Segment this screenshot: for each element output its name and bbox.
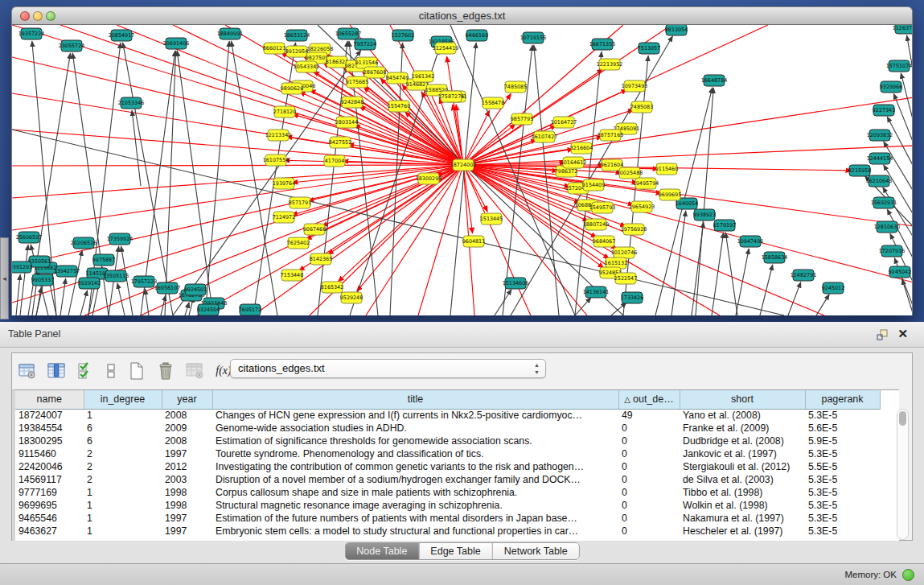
network-node[interactable]: 417004 bbox=[324, 155, 345, 167]
table-row[interactable]: 911546021997Tourette syndrome. Phenomeno… bbox=[15, 447, 880, 460]
network-node[interactable]: 9115460 bbox=[655, 163, 678, 175]
network-node[interactable]: 23055724 bbox=[59, 40, 85, 51]
network-node[interactable]: 10947406 bbox=[737, 236, 764, 247]
new-table-icon[interactable] bbox=[126, 360, 147, 381]
network-node[interactable]: 6466160 bbox=[466, 30, 488, 41]
network-node[interactable]: 9154409 bbox=[582, 179, 605, 191]
network-node[interactable]: 1733426 bbox=[621, 292, 643, 303]
network-node[interactable]: 9242848 bbox=[341, 97, 363, 108]
network-node[interactable]: 8142365 bbox=[310, 253, 332, 265]
network-node[interactable]: 18300295 bbox=[416, 173, 442, 184]
network-node[interactable]: 8215958 bbox=[848, 165, 871, 176]
network-node[interactable]: 16671355 bbox=[589, 39, 616, 50]
table-row[interactable]: 946554611997Estimation of the future num… bbox=[15, 512, 880, 525]
network-node[interactable]: 18849991 bbox=[217, 28, 244, 39]
network-node[interactable]: 1513445 bbox=[480, 213, 503, 225]
network-node[interactable]: 9924501 bbox=[184, 284, 207, 295]
network-node[interactable]: 9227343 bbox=[873, 105, 895, 116]
table-settings-icon[interactable] bbox=[17, 360, 38, 381]
network-node[interactable]: 7513057 bbox=[638, 43, 660, 54]
network-node[interactable]: 1554760 bbox=[388, 101, 410, 112]
network-node[interactable]: 20691406 bbox=[163, 38, 190, 49]
row-height-icon[interactable] bbox=[104, 360, 118, 381]
column-header-name[interactable]: name bbox=[15, 390, 84, 409]
network-node[interactable]: 15495793 bbox=[589, 202, 616, 213]
column-header-short[interactable]: short bbox=[680, 390, 805, 409]
network-node[interactable]: 3216604 bbox=[570, 142, 593, 154]
network-node[interactable]: 20854917 bbox=[109, 30, 135, 41]
network-node[interactable]: 19756928 bbox=[621, 224, 647, 235]
network-node[interactable]: 8165342 bbox=[321, 282, 343, 293]
network-node[interactable]: 9604811 bbox=[462, 236, 485, 247]
collapse-left-strip[interactable]: ◂ bbox=[0, 237, 9, 319]
table-row[interactable]: 1830029562008Estimation of significance … bbox=[15, 435, 880, 447]
network-node[interactable]: 20206526 bbox=[71, 237, 97, 249]
network-node[interactable]: 9529248 bbox=[340, 292, 363, 303]
network-node[interactable]: 8660123 bbox=[263, 43, 285, 54]
close-window-button[interactable] bbox=[20, 11, 30, 21]
network-node[interactable]: 9938923 bbox=[693, 209, 716, 220]
column-header-title[interactable]: title bbox=[212, 390, 618, 409]
show-column-icon[interactable] bbox=[46, 360, 67, 381]
network-node[interactable]: 7485085 bbox=[504, 81, 527, 93]
network-node[interactable]: 9905337 bbox=[31, 274, 54, 286]
network-node[interactable]: 1558478 bbox=[482, 97, 504, 109]
network-node[interactable]: 9391293 bbox=[12, 262, 32, 273]
zoom-window-button[interactable] bbox=[46, 11, 55, 21]
network-node[interactable]: 15858634 bbox=[762, 252, 788, 263]
network-node[interactable]: 10719155 bbox=[520, 32, 547, 43]
network-node[interactable]: 3929142 bbox=[78, 278, 101, 289]
network-node[interactable]: 12810630 bbox=[874, 221, 901, 233]
table-scrollbar-thumb[interactable] bbox=[899, 411, 906, 426]
network-node[interactable]: 11263773 bbox=[893, 25, 913, 34]
network-node[interactable]: 10543342 bbox=[294, 61, 320, 72]
network-node[interactable]: 17207916 bbox=[879, 245, 906, 257]
column-header-out_de[interactable]: △out_de… bbox=[618, 390, 680, 409]
table-row[interactable]: 969969511998Structural magnetic resonanc… bbox=[15, 499, 880, 512]
table-row[interactable]: 1938455462009Genome-wide association stu… bbox=[15, 422, 880, 435]
table-row[interactable]: 2242004622012Investigating the contribut… bbox=[15, 460, 880, 473]
network-node[interactable]: 25606507 bbox=[16, 232, 43, 243]
network-node[interactable]: 21053346 bbox=[118, 97, 145, 109]
network-node[interactable]: 10120746 bbox=[611, 247, 638, 258]
network-node[interactable]: 7695172 bbox=[239, 304, 261, 315]
network-node[interactable]: 8813054 bbox=[665, 25, 688, 35]
network-node[interactable]: 10973493 bbox=[622, 80, 648, 92]
network-node[interactable]: 16648784 bbox=[701, 75, 728, 86]
network-node[interactable]: 17587276 bbox=[438, 91, 465, 102]
network-node[interactable]: 2718120 bbox=[273, 106, 296, 117]
network-node[interactable]: 10025488 bbox=[617, 167, 643, 179]
import-table-icon[interactable] bbox=[184, 360, 205, 381]
column-header-in_degree[interactable]: in_degree bbox=[84, 390, 162, 409]
network-node[interactable]: 9890626 bbox=[281, 83, 303, 94]
network-node[interactable]: 10655287 bbox=[335, 28, 362, 39]
network-node[interactable]: 18807249 bbox=[583, 219, 610, 230]
network-node[interactable]: 9975887 bbox=[92, 254, 115, 266]
network-node[interactable]: 12444154 bbox=[867, 153, 893, 164]
network-node[interactable]: 1961342 bbox=[412, 71, 434, 82]
network-node[interactable]: 11254419 bbox=[433, 43, 459, 54]
network-node[interactable]: 9067466 bbox=[303, 224, 326, 235]
network-node[interactable]: 16107554 bbox=[263, 154, 290, 166]
float-window-icon[interactable] bbox=[876, 328, 889, 341]
network-node[interactable]: 6179197 bbox=[713, 220, 736, 231]
network-node[interactable]: 9699695 bbox=[659, 189, 681, 200]
network-node[interactable]: 19357224 bbox=[18, 28, 45, 39]
column-header-pagerank[interactable]: pagerank bbox=[805, 390, 880, 409]
network-node[interactable]: 16958107 bbox=[154, 282, 181, 294]
network-node[interactable]: 17957223 bbox=[131, 276, 158, 287]
network-window-titlebar[interactable]: citations_edges.txt bbox=[11, 6, 913, 25]
minimize-window-button[interactable] bbox=[33, 11, 43, 21]
network-node[interactable]: 18757165 bbox=[598, 130, 624, 141]
network-node[interactable]: 8571791 bbox=[289, 197, 311, 208]
network-node[interactable]: 15751074 bbox=[886, 60, 913, 72]
network-node[interactable]: 7153448 bbox=[281, 270, 303, 281]
network-node[interactable]: 9175685 bbox=[346, 76, 368, 88]
network-node[interactable]: 13942757 bbox=[54, 266, 80, 277]
close-icon[interactable]: ✕ bbox=[897, 327, 908, 341]
table-row[interactable]: 1456911722003Disruption of a novel membe… bbox=[15, 473, 880, 486]
table-row[interactable]: 977716911998Corpus callosum shape and si… bbox=[15, 486, 880, 499]
table-scrollbar[interactable] bbox=[897, 409, 909, 540]
network-node[interactable]: 7485083 bbox=[630, 101, 653, 113]
network-node[interactable]: 10164612 bbox=[561, 157, 587, 168]
